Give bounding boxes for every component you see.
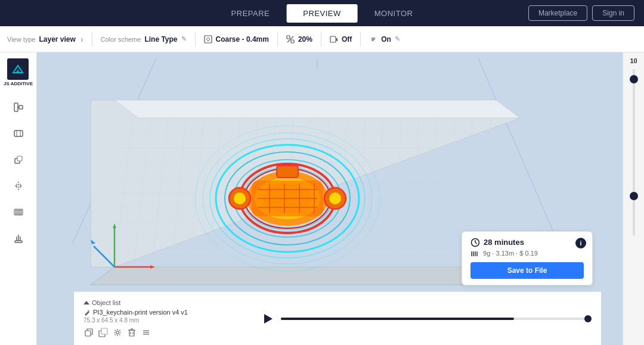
toolbar-divider-3 (277, 32, 278, 46)
clock-icon (470, 238, 480, 247)
tab-prepare[interactable]: PREPARE (215, 4, 287, 23)
svg-rect-4 (330, 36, 336, 42)
toolbar-divider-5 (360, 32, 361, 46)
svg-marker-19 (20, 183, 22, 189)
on-edit-icon[interactable]: ✎ (395, 35, 400, 43)
view-type-section: View type Layer view (7, 35, 76, 43)
svg-rect-99 (475, 251, 476, 256)
top-navigation: PREPARE PREVIEW MONITOR Marketplace Sign… (0, 0, 644, 26)
print-details: 9g · 3.13m · $ 0.19 (470, 250, 584, 257)
play-icon (261, 312, 274, 325)
logo-box (7, 58, 29, 80)
tool-move[interactable] (7, 97, 30, 118)
progress-bar[interactable] (281, 318, 592, 320)
filament-icon (470, 250, 479, 257)
tool-mirror[interactable] (7, 175, 30, 197)
object-name: PI3_keychain-print version v4 v1 (83, 309, 250, 316)
off-section: Off (330, 35, 352, 43)
svg-rect-16 (17, 156, 22, 161)
object-list-label: Object list (92, 299, 120, 306)
logo-area: JS ADDITIVE (4, 58, 33, 87)
svg-rect-104 (101, 328, 107, 334)
on-value: On (381, 35, 391, 43)
info-icon[interactable]: i (575, 238, 586, 248)
tool-rotate[interactable] (7, 123, 30, 144)
svg-rect-84 (277, 166, 298, 178)
svg-rect-98 (473, 251, 474, 256)
slider-track[interactable] (633, 69, 635, 236)
toolbar-divider-1 (92, 32, 92, 46)
object-name-text: PI3_keychain-print version v4 v1 (93, 309, 188, 316)
off-icon (330, 35, 338, 43)
color-scheme-label: Color scheme (101, 36, 141, 43)
tool-support[interactable] (7, 228, 30, 249)
toolbar-divider-4 (321, 32, 321, 46)
obj-icon-settings[interactable] (112, 327, 123, 338)
left-sidebar: JS ADDITIVE (0, 52, 37, 345)
object-list-section: Object list PI3_keychain-print version v… (83, 299, 250, 338)
obj-icon-cube[interactable] (83, 327, 94, 338)
obj-icon-duplicate[interactable] (98, 327, 109, 338)
slider-thumb-bottom[interactable] (630, 192, 638, 200)
progress-fill (281, 318, 514, 320)
marketplace-button[interactable]: Marketplace (528, 5, 587, 21)
object-dimensions: 75.3 x 64.5 x 4.8 mm (83, 317, 250, 324)
obj-icon-delete[interactable] (126, 327, 137, 338)
svg-rect-102 (85, 331, 91, 336)
percentage-section: 20% (286, 35, 312, 43)
object-actions (83, 327, 250, 338)
signin-button[interactable]: Sign in (592, 5, 634, 21)
obj-icon-more[interactable] (141, 327, 151, 338)
svg-rect-100 (476, 251, 478, 256)
svg-rect-24 (15, 241, 22, 243)
off-value: Off (342, 35, 352, 43)
slider-value: 10 (630, 57, 637, 64)
tab-preview[interactable]: PREVIEW (286, 4, 357, 23)
svg-rect-1 (287, 36, 290, 39)
play-button[interactable] (259, 310, 276, 327)
svg-rect-0 (205, 36, 212, 43)
on-section: On ✎ (369, 35, 400, 43)
nav-tabs: PREPARE PREVIEW MONITOR (215, 4, 430, 23)
pen-icon (83, 309, 91, 316)
svg-marker-114 (264, 314, 273, 324)
viewport[interactable]: i 28 minutes 9g · 3.13m · $ 0.19 Save (37, 52, 623, 345)
svg-rect-12 (14, 130, 23, 136)
object-list-header[interactable]: Object list (83, 299, 250, 306)
toolbar: View type Layer view › Color scheme Line… (0, 26, 644, 52)
toolbar-divider-2 (195, 32, 196, 46)
logo-icon (11, 62, 25, 76)
tool-scale[interactable] (7, 149, 30, 170)
color-scheme-edit-icon[interactable]: ✎ (181, 35, 187, 43)
tab-monitor[interactable]: MONITOR (358, 4, 430, 23)
resolution-section: Coarse - 0.4mm (204, 35, 269, 43)
progress-thumb[interactable] (584, 315, 592, 322)
svg-line-3 (287, 36, 293, 42)
svg-rect-106 (129, 330, 134, 336)
svg-marker-18 (15, 183, 17, 189)
svg-point-82 (234, 192, 246, 204)
svg-line-96 (475, 243, 477, 244)
on-icon (369, 35, 377, 43)
svg-rect-2 (291, 40, 294, 43)
logo-text: JS ADDITIVE (4, 81, 33, 87)
bottom-panel: Object list PI3_keychain-print version v… (74, 291, 601, 345)
bed-3d-svg (67, 64, 520, 303)
percentage-value: 20% (298, 35, 312, 43)
save-to-file-button[interactable]: Save to File (470, 262, 584, 279)
playback-section (259, 310, 592, 327)
svg-rect-97 (471, 251, 472, 256)
percentage-icon (286, 35, 295, 43)
svg-marker-101 (83, 301, 89, 304)
svg-point-83 (329, 192, 341, 204)
color-scheme-value: Line Type (144, 35, 177, 43)
svg-rect-5 (336, 38, 338, 41)
svg-point-105 (116, 331, 119, 334)
view-type-value: Layer view (39, 35, 76, 43)
right-slider: 10 (623, 52, 644, 345)
resolution-icon (204, 35, 212, 43)
view-type-arrow[interactable]: › (80, 35, 83, 44)
tool-layers[interactable] (7, 201, 30, 223)
info-card: i 28 minutes 9g · 3.13m · $ 0.19 Save (462, 231, 593, 285)
slider-thumb-top[interactable] (630, 75, 638, 83)
